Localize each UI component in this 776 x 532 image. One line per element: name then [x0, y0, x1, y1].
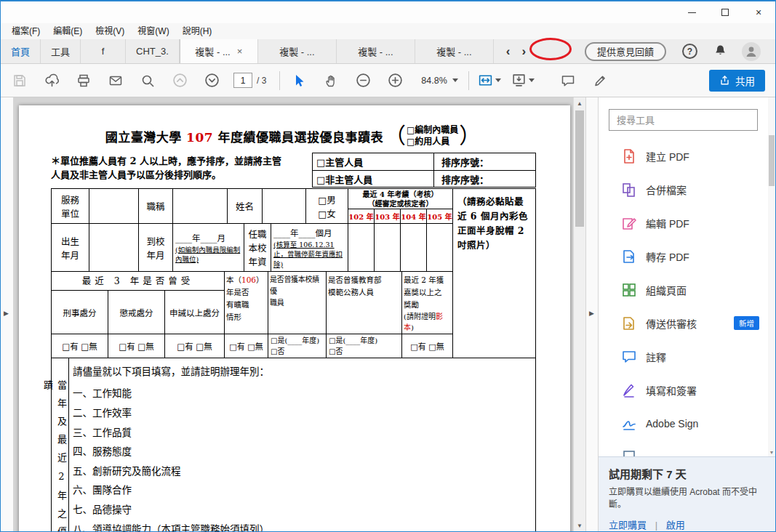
form-title: 國立臺灣大學 107 年度績優職員選拔優良事蹟表 （ □編制內職員 □約用人員 …: [51, 124, 536, 148]
maximize-button[interactable]: [708, 1, 742, 23]
absence-header: 本（106） 年是否 有曠職 情形: [225, 272, 268, 334]
share-button[interactable]: 共用: [709, 70, 765, 92]
cell-name-label: 姓名: [228, 189, 263, 223]
email-button[interactable]: [105, 70, 126, 91]
criminal-checkboxes: □有 □無: [52, 334, 108, 358]
export-pdf-icon: [621, 249, 637, 265]
cell-name-value: [263, 189, 306, 223]
tool-combine-files[interactable]: 合併檔案: [599, 173, 775, 206]
document-area[interactable]: 國立臺灣大學 107 年度績優職員選拔優良事蹟表 （ □編制內職員 □約用人員 …: [14, 97, 573, 532]
cell-arrival-value: ____年____月 (如編制內職員限編制內職位): [173, 224, 244, 271]
tools-panel: 建立 PDF 合併檔案 編輯 PDF: [599, 97, 775, 532]
tools-panel-scrollbar[interactable]: ▼: [768, 97, 775, 456]
doc-tab-5[interactable]: 複製 - ...: [337, 39, 415, 63]
feedback-button[interactable]: 提供意見回饋: [585, 42, 666, 61]
help-icon[interactable]: ?: [682, 44, 697, 59]
comment-button[interactable]: [558, 70, 578, 91]
tool-send-for-review[interactable]: 傳送供審核 新增: [599, 307, 775, 340]
tool-organize-pages[interactable]: 組織頁面: [599, 273, 775, 307]
hand-tool-button[interactable]: [321, 70, 341, 91]
collapse-tools-panel-icon[interactable]: ▶: [589, 310, 594, 317]
close-paren: ）: [459, 125, 481, 147]
menu-file[interactable]: 檔案(F): [5, 23, 47, 39]
page-display-dropdown[interactable]: [511, 73, 535, 88]
search-icon[interactable]: [137, 70, 158, 91]
tool-partial[interactable]: [599, 440, 775, 458]
criminal-punishment-header: 刑事處分: [52, 291, 108, 334]
close-icon: ×: [756, 7, 761, 18]
open-paren: （: [384, 125, 406, 147]
next-page-button[interactable]: [201, 70, 222, 91]
zoom-in-button[interactable]: [385, 70, 405, 91]
document-scrollbar[interactable]: ▲ ▼: [573, 97, 585, 532]
tool-create-pdf[interactable]: 建立 PDF: [599, 140, 775, 173]
open-left-panel-icon[interactable]: ▶: [4, 310, 9, 317]
fit-width-icon: [478, 73, 493, 88]
tab-home[interactable]: 首頁: [1, 39, 41, 63]
merit-award-header: 最近 2 年獲 嘉獎以上之 獎勵 (請附證明影本): [402, 272, 452, 334]
notification-bell-icon[interactable]: [713, 44, 727, 60]
adobe-sign-icon: [621, 416, 637, 432]
save-button[interactable]: [9, 70, 30, 91]
zoom-level-dropdown[interactable]: 84.8%: [417, 73, 462, 89]
scroll-up-icon[interactable]: ▲: [574, 100, 585, 107]
doc-tab-1[interactable]: f: [81, 39, 126, 63]
activate-link[interactable]: 啟用: [666, 520, 685, 531]
cell-seniority-value: ____年____個月 (核算至 106.12.31 止，曾職停薪年資應扣除): [271, 224, 348, 271]
page-display-icon: [511, 73, 527, 88]
next-tabs-arrow-icon[interactable]: ›: [520, 44, 529, 59]
chevron-down-icon: [452, 78, 458, 82]
close-tab-icon[interactable]: ×: [237, 46, 243, 57]
prev-tabs-arrow-icon[interactable]: ‹: [504, 44, 513, 59]
menu-help[interactable]: 說明(H): [176, 23, 219, 39]
cloud-upload-button[interactable]: [41, 70, 62, 91]
tool-fill-sign[interactable]: 填寫和簽署: [599, 374, 775, 407]
row-dates: 出生 年月 到校 年月 ____年____月 (如編制內職員限編制內職位) 任職…: [52, 224, 452, 272]
rank-box: □主管人員 排序序號： □非主管人員 排序序號：: [312, 153, 536, 188]
note-and-rank-band: ＊單位推薦人員有 2 人以上時，應予排序，並請將主管 人員及非主管人員予以區分後…: [51, 153, 536, 188]
print-button[interactable]: [73, 70, 94, 91]
select-tool-button[interactable]: [289, 70, 309, 91]
grade-cell-empty: [375, 224, 401, 271]
user-avatar[interactable]: [742, 42, 761, 61]
achievement-item: 二、工作效率: [73, 403, 529, 423]
doc-tab-6[interactable]: 複製 - ...: [415, 39, 494, 63]
page-number-input[interactable]: [233, 73, 252, 88]
cell-birth-value: [89, 224, 139, 271]
grade-year-104: 104 年: [401, 209, 427, 223]
buy-now-link[interactable]: 立即購買: [609, 520, 647, 531]
doc-tab-4[interactable]: 複製 - ...: [258, 39, 337, 63]
fit-width-dropdown[interactable]: [478, 73, 501, 88]
menu-edit[interactable]: 編輯(E): [47, 23, 89, 39]
tool-adobe-sign[interactable]: Adobe Sign: [599, 407, 775, 440]
tab-tools[interactable]: 工具: [41, 39, 81, 63]
menubar: 檔案(F) 編輯(E) 檢視(V) 視窗(W) 說明(H): [1, 23, 775, 39]
doc-tab-3-active[interactable]: 複製 - ... ×: [180, 39, 258, 63]
send-for-review-icon: [621, 315, 637, 331]
grade-header: 最近 4 年考績（考核） （經審定或核定者）: [348, 189, 452, 209]
previous-page-button[interactable]: [169, 70, 190, 91]
cell-job-title-label: 職稱: [139, 189, 173, 223]
trial-panel: 試用期剩下 7 天 立即購買以繼續使用 Acrobat 而不受中斷。 立即購買 …: [599, 456, 775, 532]
menu-view[interactable]: 檢視(V): [89, 23, 131, 39]
vertical-label-achievements: 當年及最近2年之優良事蹟: [52, 358, 69, 532]
scroll-down-icon[interactable]: ▼: [574, 523, 585, 529]
tools-search-input[interactable]: [609, 109, 758, 131]
minimize-button[interactable]: [675, 1, 708, 23]
titlebar: ×: [1, 1, 775, 23]
reprimand-checkboxes: □有 □無: [165, 334, 224, 358]
tool-export-pdf[interactable]: 轉存 PDF: [599, 240, 775, 273]
zoom-out-button[interactable]: [353, 70, 373, 91]
rank-row-non-supervisor: □非主管人員 排序序號：: [313, 171, 535, 188]
tool-edit-pdf[interactable]: 編輯 PDF: [599, 206, 775, 240]
pencil-annotate-button[interactable]: [590, 70, 610, 91]
close-button[interactable]: ×: [742, 1, 775, 23]
tools-scrollbar-thumb[interactable]: [769, 135, 775, 186]
tools-scroll-down-icon[interactable]: ▼: [768, 450, 775, 455]
scrollbar-thumb[interactable]: [575, 110, 584, 227]
achievements-prompt: 請儘量就以下項目填寫，並請註明辦理年別：: [73, 363, 529, 380]
menu-window[interactable]: 視窗(W): [131, 23, 175, 39]
absence-checkboxes: □有 □無: [225, 334, 268, 358]
doc-tab-2[interactable]: CHT_3.: [126, 39, 180, 63]
tool-comment[interactable]: 註釋: [599, 340, 775, 374]
